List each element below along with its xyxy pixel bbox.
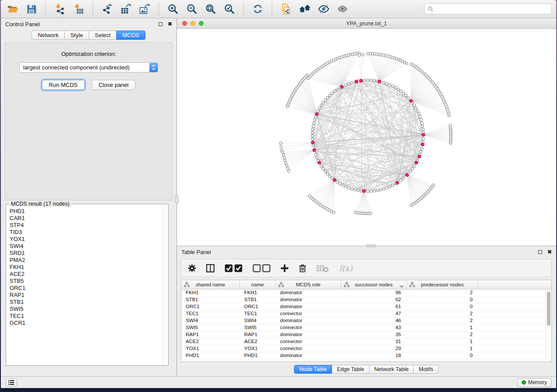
table-cell: dominator — [276, 352, 341, 359]
refresh-layout-button[interactable] — [250, 2, 265, 16]
new-network-from-selection-button[interactable] — [279, 2, 294, 16]
panel-splitter-grip[interactable] — [175, 196, 179, 203]
table-row[interactable]: SWI5SWI5connector431 — [181, 324, 551, 331]
mcds-result-item[interactable]: SRD1 — [10, 250, 163, 257]
mcds-result-item[interactable]: TEC1 — [10, 313, 163, 320]
table-row[interactable]: FKH1FKH1dominator962 — [181, 289, 551, 296]
network-graph[interactable] — [177, 29, 555, 246]
import-table-button[interactable] — [71, 2, 86, 16]
zoom-fit-button[interactable] — [203, 2, 218, 16]
mcds-result-item[interactable]: SWI5 — [10, 306, 163, 313]
table-cell: ORC1 — [181, 303, 240, 310]
show-all-button[interactable] — [335, 2, 350, 16]
table-row[interactable]: TEC1TEC1connector472 — [181, 310, 551, 317]
table-row[interactable]: ACE2ACE2connector311 — [181, 338, 551, 345]
close-panel-button[interactable]: Close panel — [92, 80, 136, 90]
zoom-selected-button[interactable] — [222, 2, 237, 16]
table-row[interactable]: PHD1PHD1dominator180 — [181, 352, 551, 359]
table-scrollbar[interactable] — [546, 290, 551, 361]
float-panel-icon[interactable] — [159, 22, 163, 26]
tab-style[interactable]: Style — [64, 31, 89, 40]
table-cell: ORC1 — [240, 303, 276, 310]
export-network-button[interactable] — [100, 2, 114, 16]
mcds-result-title: MCDS result (17 nodes) — [9, 201, 71, 207]
tab-select[interactable]: Select — [89, 31, 117, 40]
export-image-button[interactable] — [137, 2, 152, 16]
hide-selected-button[interactable] — [316, 2, 331, 16]
table-cell: YOX1 — [181, 345, 240, 352]
network-canvas[interactable] — [177, 29, 556, 246]
table-scrollbar-thumb[interactable] — [547, 292, 550, 326]
zoom-in-icon — [167, 3, 179, 14]
zoom-in-button[interactable] — [166, 2, 180, 16]
table-row[interactable]: RAP1RAP1dominator352 — [181, 331, 551, 338]
mcds-result-item[interactable]: ORC1 — [10, 285, 163, 292]
mcds-result-item[interactable]: TID3 — [10, 229, 163, 236]
mcds-result-item[interactable]: ACE2 — [10, 271, 163, 278]
tab-network-table[interactable]: Network Table — [369, 365, 414, 374]
table-cell: dominator — [276, 296, 341, 303]
memory-button[interactable]: Memory — [517, 378, 551, 387]
mcds-result-item[interactable]: RAP1 — [10, 292, 163, 299]
table-cell: 62 — [341, 296, 407, 303]
close-table-panel-icon[interactable]: ✖ — [547, 249, 552, 254]
first-neighbors-button[interactable] — [298, 2, 312, 16]
mcds-result-item[interactable]: STB5 — [10, 278, 163, 285]
delete-table-button — [316, 263, 329, 273]
float-table-panel-icon[interactable] — [538, 250, 542, 254]
delete-entry-button[interactable] — [299, 263, 306, 273]
table-splitter-grip[interactable] — [367, 244, 376, 247]
deselect-all-button[interactable] — [253, 263, 270, 273]
new-network-from-selection-icon — [280, 3, 292, 14]
search-input[interactable] — [436, 6, 548, 12]
run-mcds-button[interactable]: Run MCDS — [42, 80, 85, 90]
mcds-result-item[interactable]: GCR1 — [10, 320, 163, 327]
mcds-result-item[interactable]: CAR1 — [10, 215, 163, 222]
node-table: shared namenameMCDS rolesuccessor nodesp… — [181, 280, 552, 362]
save-session-button[interactable] — [24, 2, 39, 16]
column-header-mcds-role[interactable]: MCDS role — [276, 280, 341, 289]
zoom-out-button[interactable] — [184, 2, 199, 16]
mcds-result-item[interactable]: PMA2 — [10, 257, 163, 264]
show-columns-button[interactable] — [206, 263, 214, 273]
table-row[interactable]: SWI4SWI4dominator462 — [181, 317, 551, 324]
mcds-result-item[interactable]: SWI4 — [10, 243, 163, 250]
table-settings-button[interactable] — [188, 263, 196, 273]
tab-network[interactable]: Network — [31, 31, 65, 40]
select-all-button[interactable] — [225, 263, 242, 273]
mcds-result-item[interactable]: STB1 — [10, 299, 163, 306]
table-cell: 46 — [341, 317, 407, 324]
mcds-result-item[interactable]: PHD1 — [10, 208, 163, 215]
table-row[interactable]: STB1STB1dominator620 — [181, 296, 551, 303]
column-header-successor-nodes[interactable]: successor nodes — [341, 280, 407, 289]
mcds-result-list[interactable]: PHD1CAR1STP4TID3YOX1SWI4SRD1PMA2FKH1ACE2… — [7, 206, 163, 364]
column-header-predecessor-nodes[interactable]: predecessor nodes — [407, 280, 478, 289]
table-panel-title: Table Panel — [181, 249, 538, 255]
tab-motifs[interactable]: Motifs — [413, 365, 438, 374]
table-panel: Table Panel ✖ f(x) shared namenameMCDS r… — [177, 246, 556, 376]
result-scrollbar[interactable] — [163, 205, 167, 364]
task-history-button[interactable] — [6, 378, 17, 387]
open-file-button[interactable] — [5, 2, 20, 16]
mcds-result-item[interactable]: YOX1 — [10, 236, 163, 243]
app-window: Control Panel ✖ NetworkStyleSelectMCDS O… — [1, 0, 556, 388]
table-cell: 29 — [341, 345, 407, 352]
table-cell: dominator — [276, 289, 341, 296]
tab-edge-table[interactable]: Edge Table — [332, 365, 369, 374]
export-table-button[interactable] — [118, 2, 133, 16]
close-panel-icon[interactable]: ✖ — [168, 21, 172, 27]
import-network-button[interactable] — [52, 2, 67, 16]
tab-mcds[interactable]: MCDS — [116, 31, 145, 40]
mcds-result-item[interactable]: FKH1 — [10, 264, 163, 271]
table-row[interactable]: YOX1YOX1connector291 — [181, 345, 551, 352]
criterion-dropdown[interactable]: largest connected component (undirected) — [19, 62, 158, 72]
column-header-shared-name[interactable]: shared name — [181, 280, 240, 289]
zoom-selected-icon — [224, 3, 235, 14]
add-entry-button[interactable] — [280, 263, 289, 273]
table-cell: PHD1 — [240, 352, 276, 359]
mcds-result-item[interactable]: STP4 — [10, 222, 163, 229]
control-panel: Control Panel ✖ NetworkStyleSelectMCDS O… — [1, 18, 177, 376]
table-row[interactable]: ORC1ORC1dominator610 — [181, 303, 551, 310]
tab-node-table[interactable]: Node Table — [294, 365, 332, 374]
column-header-name[interactable]: name — [240, 280, 276, 289]
